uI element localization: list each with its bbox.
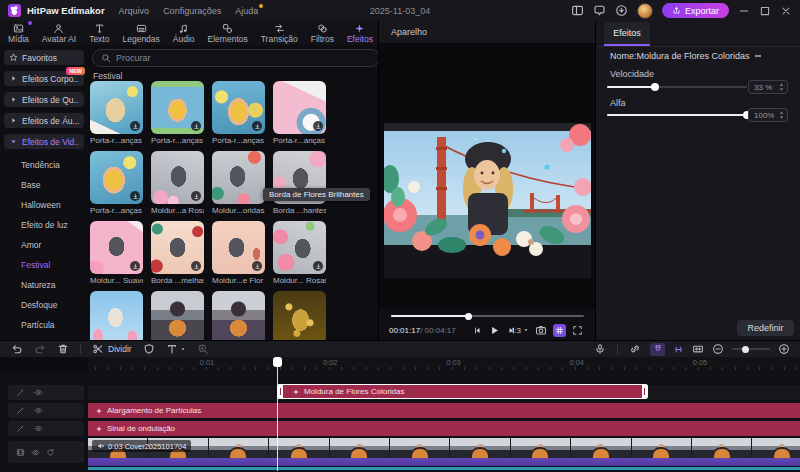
ribbon-tab-efeitos[interactable]: Efeitos [347,23,373,43]
eye-icon[interactable] [34,388,43,397]
download-badge-icon[interactable] [313,121,323,131]
effect-item[interactable]: Moldur...e Flor [212,221,265,287]
alpha-value-box[interactable]: 100% ▲▼ [748,108,788,122]
download-badge-icon[interactable] [313,261,323,271]
previous-frame-icon[interactable] [473,326,482,335]
menu-configuracoes[interactable]: Configurações [163,6,221,16]
snapshot-icon[interactable] [535,324,547,336]
effect-item[interactable]: Borda ...melhas [151,221,204,287]
effect-clip[interactable]: Sinal de ondulação [88,421,800,436]
ribbon-tab-áudio[interactable]: Áudio [173,23,195,43]
stepper-icon[interactable]: ▲▼ [779,110,784,120]
zoom-tool-icon[interactable] [197,343,209,355]
split-icon[interactable] [92,343,104,355]
zoom-out-icon[interactable] [712,343,724,355]
download-badge-icon[interactable] [252,261,262,271]
ribbon-tab-transição[interactable]: Transição [261,23,298,43]
chevron-down-icon[interactable] [180,346,186,352]
effect-thumbnail[interactable] [90,81,143,134]
download-icon[interactable] [615,4,628,17]
sidebar-group[interactable]: Efeitos Corpo...NEW [4,71,84,86]
sidebar-group[interactable]: Efeitos de Qu... [4,92,84,107]
snap-button[interactable] [671,343,686,356]
effect-thumbnail[interactable] [151,151,204,204]
ribbon-tab-mídia[interactable]: Mídia [8,23,29,43]
speed-value-box[interactable]: 33 % ▲▼ [748,80,788,94]
audio-waveform-track[interactable] [88,467,800,470]
effect-thumbnail[interactable] [212,81,265,134]
effect-item[interactable] [212,291,265,340]
sidebar-group[interactable]: Efeitos de Áu... [4,113,84,128]
effect-item[interactable] [90,291,143,340]
effect-thumbnail[interactable] [151,221,204,274]
effect-item[interactable]: Moldur...a Rosa [151,151,204,217]
clip-right-handle[interactable] [642,385,647,398]
effect-clip-selected[interactable]: Moldura de Flores Coloridas [277,384,648,399]
aspect-ratio-select[interactable]: 4:3 [510,326,529,335]
effect-item[interactable]: Borda ...hantes [273,151,326,217]
crop-grid-button[interactable] [553,324,566,337]
effect-thumbnail[interactable] [151,81,204,134]
effect-item[interactable]: Moldur... Rosas [273,221,326,287]
ribbon-tab-avatar-ai[interactable]: Avatar AI [42,23,76,43]
sidebar-item-base[interactable]: Base [4,175,84,195]
sidebar-item-tend-ncia[interactable]: Tendência [4,155,84,175]
effect-thumbnail[interactable] [90,291,143,340]
eye-icon[interactable] [31,448,40,457]
effect-thumbnail[interactable] [90,151,143,204]
sidebar-item-efeito-de-luz[interactable]: Efeito de luz [4,215,84,235]
download-badge-icon[interactable] [252,121,262,131]
ribbon-tab-elementos[interactable]: Elementos [208,23,248,43]
video-clip-audio[interactable] [88,458,800,466]
seek-handle[interactable] [465,313,472,320]
menu-arquivo[interactable]: Arquivo [119,6,150,16]
tab-efeitos[interactable]: Efeitos [604,22,650,44]
sidebar-item-halloween[interactable]: Halloween [4,195,84,215]
effect-thumbnail[interactable] [90,221,143,274]
stepper-icon[interactable]: ▲▼ [779,82,784,92]
alpha-slider[interactable] [607,114,747,116]
feedback-icon[interactable] [593,4,606,17]
sidebar-item-favoritos[interactable]: Favoritos [4,50,84,65]
effect-thumbnail[interactable] [212,291,265,340]
effect-thumbnail[interactable] [273,81,326,134]
split-label[interactable]: Dividir [108,344,132,354]
eye-icon[interactable] [34,424,43,433]
speed-slider[interactable] [607,86,747,88]
reset-button[interactable]: Redefinir [737,320,794,336]
sidebar-item-festival[interactable]: Festival [4,255,84,275]
sidebar-item-desfoque[interactable]: Desfoque [4,295,84,315]
search-input[interactable]: Procurar [92,49,378,67]
effect-item[interactable] [273,291,326,340]
clip-left-handle[interactable] [278,385,283,398]
play-icon[interactable] [489,325,500,336]
undo-icon[interactable] [11,343,23,355]
ribbon-tab-texto[interactable]: Texto [89,23,109,43]
redo-icon[interactable] [34,343,46,355]
ribbon-tab-filtros[interactable]: Filtros [311,23,334,43]
effect-item[interactable]: Moldur... Suave [90,221,143,287]
playhead-handle[interactable] [273,357,282,367]
video-stage[interactable] [379,43,596,309]
effect-thumbnail[interactable] [151,291,204,340]
menu-ajuda[interactable]: Ajuda [235,6,258,16]
download-badge-icon[interactable] [191,261,201,271]
effect-clip[interactable]: Alargamento de Partículas [88,403,800,418]
name-edit-dash[interactable] [755,55,761,57]
export-button[interactable]: Exportar [662,3,729,18]
sidebar-group[interactable]: Efeitos de Vid... [4,134,84,149]
effect-item[interactable]: Porta-r...anças 5 [90,151,143,217]
zoom-in-icon[interactable] [778,343,790,355]
effect-item[interactable]: Porta-r...anças 3 [212,81,265,147]
download-badge-icon[interactable] [130,121,140,131]
download-badge-icon[interactable] [191,191,201,201]
download-badge-icon[interactable] [130,261,140,271]
ribbon-tab-legendas[interactable]: Legendas [122,23,159,43]
fullscreen-icon[interactable] [572,325,583,336]
zoom-slider-handle[interactable] [742,346,749,353]
download-badge-icon[interactable] [191,121,201,131]
delete-icon[interactable] [57,343,69,355]
effect-item[interactable]: Porta-r...anças 1 [90,81,143,147]
download-badge-icon[interactable] [130,191,140,201]
microphone-icon[interactable] [594,343,606,355]
